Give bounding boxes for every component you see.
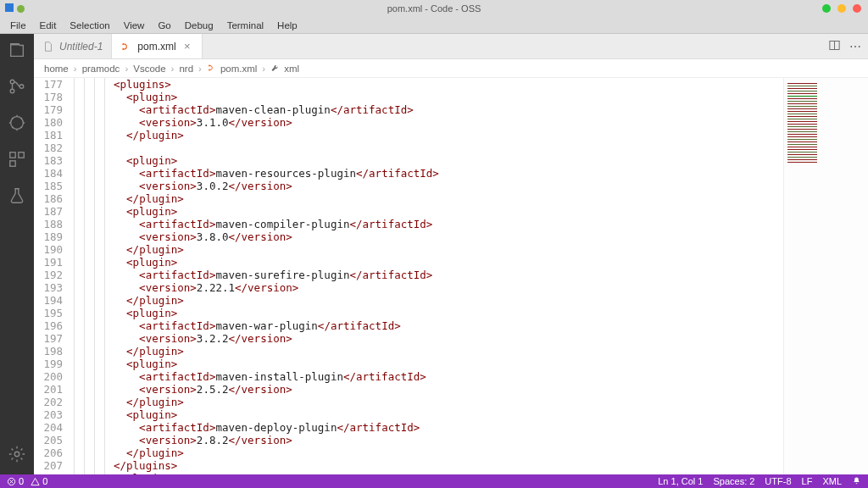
status-item[interactable]: LF (802, 476, 813, 486)
line-number: 190 (34, 243, 63, 256)
status-errors[interactable]: 0 (7, 476, 24, 486)
code-line[interactable]: </plugin> (114, 129, 783, 141)
breadcrumb-item[interactable]: xml (284, 64, 299, 74)
minimap[interactable] (783, 78, 868, 474)
svg-point-3 (19, 85, 24, 89)
code-line[interactable]: <artifactId>maven-install-plugin</artifa… (114, 370, 783, 383)
breadcrumb-item[interactable]: nrd (179, 64, 193, 74)
code-line[interactable]: <artifactId>maven-resources-plugin</arti… (114, 167, 783, 180)
code-line[interactable]: </plugin> (114, 294, 783, 307)
close-dot-icon[interactable] (17, 5, 25, 13)
code-line[interactable]: </plugin> (114, 396, 783, 408)
minimap-line (787, 116, 817, 117)
line-number: 204 (34, 421, 63, 434)
status-item[interactable]: Spaces: 2 (713, 476, 754, 486)
tab-pom-xml[interactable]: pom.xml× (112, 34, 202, 58)
code-line[interactable]: <artifactId>maven-compiler-plugin</artif… (114, 218, 783, 230)
code-line[interactable]: <plugins> (114, 78, 783, 91)
menu-selection[interactable]: Selection (64, 19, 114, 32)
breadcrumbs[interactable]: home›pramodc›Vscode›nrd›pom.xml›xml (34, 59, 868, 78)
code-line[interactable]: <plugin> (114, 91, 783, 103)
window-controls (822, 4, 861, 13)
close-icon[interactable]: × (181, 41, 193, 53)
wrench-icon (270, 63, 281, 75)
tab-untitled-1[interactable]: Untitled-1 (34, 34, 112, 58)
svg-rect-6 (19, 152, 24, 158)
code-line[interactable]: <plugin> (114, 205, 783, 218)
breadcrumb-item[interactable]: Vscode (133, 64, 165, 74)
menu-help[interactable]: Help (272, 19, 303, 32)
line-number: 183 (34, 154, 63, 167)
breadcrumb-item[interactable]: pramodc (82, 64, 120, 74)
breadcrumb-item[interactable]: pom.xml (220, 64, 257, 74)
code-content[interactable]: <plugins> <plugin> <artifactId>maven-cle… (114, 78, 783, 474)
code-line[interactable]: <plugin> (114, 307, 783, 319)
beaker-icon[interactable] (8, 186, 26, 208)
menu-debug[interactable]: Debug (180, 19, 219, 32)
minimap-line (787, 134, 817, 135)
menu-terminal[interactable]: Terminal (222, 19, 269, 32)
code-line[interactable]: <version>3.2.2</version> (114, 332, 783, 345)
chevron-right-icon: › (125, 64, 128, 74)
code-line[interactable]: <artifactId>maven-deploy-plugin</artifac… (114, 421, 783, 434)
titlebar: pom.xml - Code - OSS (0, 0, 868, 17)
more-icon[interactable]: ⋯ (849, 40, 861, 53)
minimap-line (787, 126, 817, 127)
breadcrumb-item[interactable]: home (44, 64, 69, 74)
minimap-line (787, 106, 817, 107)
line-number: 197 (34, 332, 63, 345)
status-bar: 0 0 Ln 1, Col 1Spaces: 2UTF-8LFXML (0, 474, 868, 488)
code-line[interactable]: </plugin> (114, 345, 783, 358)
line-number: 177 (34, 78, 63, 91)
minimap-line (787, 136, 817, 137)
explorer-icon[interactable] (8, 41, 26, 62)
minimize-button[interactable] (822, 4, 831, 13)
code-line[interactable]: </plugin> (114, 446, 783, 459)
extensions-icon[interactable] (8, 150, 26, 171)
code-line[interactable]: <artifactId>maven-surefire-plugin</artif… (114, 269, 783, 281)
code-line[interactable]: </plugin> (114, 243, 783, 256)
code-line[interactable]: <plugin> (114, 154, 783, 167)
window-title: pom.xml - Code - OSS (387, 3, 481, 14)
menu-edit[interactable]: Edit (35, 19, 62, 32)
svg-point-10 (123, 47, 125, 49)
bell-icon[interactable] (852, 476, 861, 487)
code-line[interactable]: <version>3.0.2</version> (114, 180, 783, 192)
close-button[interactable] (853, 4, 861, 13)
code-line[interactable]: <artifactId>maven-war-plugin</artifactId… (114, 319, 783, 332)
menu-go[interactable]: Go (153, 19, 175, 32)
line-number: 191 (34, 256, 63, 269)
split-editor-icon[interactable] (828, 39, 841, 54)
status-warnings[interactable]: 0 (31, 476, 47, 486)
gear-icon[interactable] (8, 454, 26, 466)
code-editor[interactable]: 1771781791801811821831841851861871881891… (34, 78, 868, 474)
activity-bar (0, 34, 34, 474)
debug-icon[interactable] (8, 114, 26, 135)
code-line[interactable]: <version>2.5.2</version> (114, 383, 783, 396)
code-line[interactable]: <version>2.22.1</version> (114, 281, 783, 294)
scm-icon[interactable] (8, 77, 26, 98)
status-item[interactable]: UTF-8 (765, 476, 791, 486)
code-line[interactable]: <version>3.8.0</version> (114, 230, 783, 243)
code-line[interactable]: </plugins> (114, 459, 783, 472)
minimap-line (787, 144, 817, 145)
line-number: 195 (34, 307, 63, 319)
code-line[interactable]: <plugin> (114, 256, 783, 269)
maximize-button[interactable] (837, 4, 846, 13)
code-line[interactable]: <version>3.1.0</version> (114, 116, 783, 129)
status-item[interactable]: XML (822, 476, 842, 486)
svg-point-13 (209, 64, 210, 66)
code-line[interactable]: </plugin> (114, 192, 783, 205)
code-line[interactable]: <plugin> (114, 358, 783, 370)
code-line[interactable] (114, 141, 783, 154)
line-number: 208 (34, 472, 63, 474)
minimap-line (787, 111, 817, 112)
code-line[interactable]: <artifactId>maven-clean-plugin</artifact… (114, 103, 783, 116)
menu-view[interactable]: View (119, 19, 150, 32)
menu-file[interactable]: File (5, 19, 31, 32)
code-line[interactable]: <plugin> (114, 408, 783, 421)
status-item[interactable]: Ln 1, Col 1 (658, 476, 703, 486)
code-line[interactable]: <version>2.8.2</version> (114, 434, 783, 446)
line-number: 186 (34, 192, 63, 205)
code-line[interactable]: </pluginManagement> (114, 472, 783, 474)
